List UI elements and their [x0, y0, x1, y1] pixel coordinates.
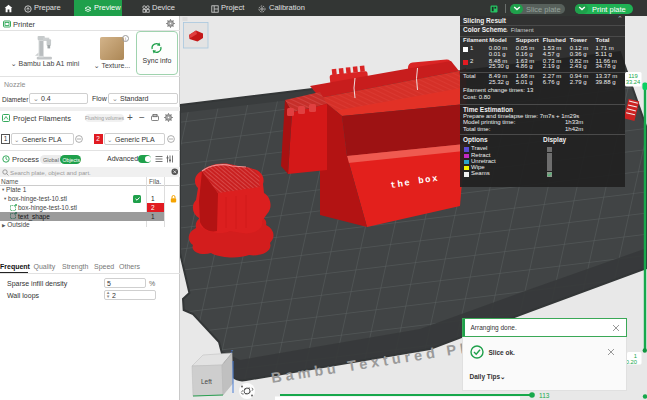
svg-text:119: 119 [628, 73, 637, 79]
svg-text:Left: Left [201, 378, 212, 385]
svg-text:33.24: 33.24 [626, 79, 641, 85]
svg-text:113: 113 [539, 392, 550, 399]
svg-text:0.20: 0.20 [626, 359, 637, 365]
